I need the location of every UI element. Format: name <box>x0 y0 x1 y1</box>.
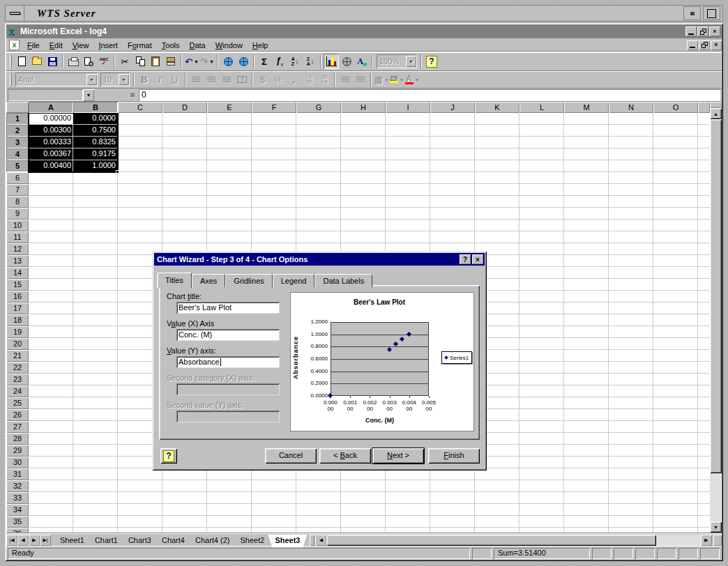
cell-M27[interactable] <box>564 421 609 433</box>
cell-O13[interactable] <box>653 255 698 267</box>
cell-N26[interactable] <box>609 409 653 421</box>
undo-button[interactable]: ↶▼ <box>184 54 199 69</box>
cell-E33[interactable] <box>207 492 252 504</box>
cell-F11[interactable] <box>252 231 296 243</box>
cell-N5[interactable] <box>609 160 653 172</box>
workbook-close-button[interactable]: × <box>711 40 722 50</box>
row-header-3[interactable]: 3 <box>6 137 29 148</box>
cell-J34[interactable] <box>430 504 475 516</box>
cell-K8[interactable] <box>475 196 520 208</box>
cell-O16[interactable] <box>653 291 698 303</box>
cell-E9[interactable] <box>207 208 252 220</box>
copy-button[interactable] <box>132 54 148 69</box>
row-header-19[interactable]: 19 <box>6 326 29 338</box>
cell-J33[interactable] <box>430 492 475 504</box>
cell-D5[interactable] <box>162 160 207 172</box>
cell-O30[interactable] <box>653 457 698 468</box>
cell-A23[interactable] <box>29 374 73 385</box>
cell-E8[interactable] <box>207 196 252 208</box>
cell-M15[interactable] <box>564 279 609 291</box>
vertical-scrollbar[interactable]: ▲ ▼ <box>710 102 722 533</box>
formula-input[interactable]: 0 <box>139 89 720 101</box>
cell-L27[interactable] <box>520 421 564 433</box>
cell-D9[interactable] <box>162 208 207 220</box>
cell-M19[interactable] <box>564 326 609 338</box>
workbook-icon[interactable]: X <box>9 40 20 50</box>
sheet-tab-sheet2[interactable]: Sheet2 <box>234 535 272 546</box>
cell-O18[interactable] <box>653 314 698 326</box>
cell-B5[interactable]: 1.0000 <box>73 160 118 172</box>
print-button[interactable] <box>66 54 81 69</box>
cell-A16[interactable] <box>29 291 73 303</box>
cell-C1[interactable] <box>118 113 162 125</box>
cell-O26[interactable] <box>653 409 698 421</box>
cell-J5[interactable] <box>430 160 475 172</box>
row-header-5[interactable]: 5 <box>6 160 29 172</box>
cell-N14[interactable] <box>609 267 653 279</box>
cell-K32[interactable] <box>475 480 520 492</box>
row-header-14[interactable]: 14 <box>6 267 29 279</box>
row-header-17[interactable]: 17 <box>6 303 29 314</box>
cell-O1[interactable] <box>653 113 698 125</box>
cell-L1[interactable] <box>520 113 564 125</box>
sheet-tab-chart1[interactable]: Chart1 <box>88 535 125 546</box>
sheet-tab-sheet1[interactable]: Sheet1 <box>53 535 91 546</box>
cell-O10[interactable] <box>653 220 698 231</box>
cell-L7[interactable] <box>520 184 564 196</box>
cell-M16[interactable] <box>564 291 609 303</box>
cell-N33[interactable] <box>609 492 653 504</box>
drawing-button[interactable]: A <box>354 54 370 69</box>
cancel-button[interactable]: Cancel <box>265 448 317 464</box>
cell-H4[interactable] <box>341 148 386 160</box>
cell-N23[interactable] <box>609 374 653 385</box>
cell-M25[interactable] <box>564 397 609 409</box>
cell-A18[interactable] <box>29 314 73 326</box>
cell-H32[interactable] <box>341 480 386 492</box>
cell-N18[interactable] <box>609 314 653 326</box>
cell-B33[interactable] <box>73 492 118 504</box>
cell-M17[interactable] <box>564 303 609 314</box>
cell-C4[interactable] <box>118 148 162 160</box>
cell-G3[interactable] <box>296 137 341 148</box>
menu-insert[interactable]: Insert <box>93 39 123 52</box>
scroll-left-button[interactable]: ◀ <box>315 535 326 546</box>
cell-J11[interactable] <box>430 231 475 243</box>
cell-I34[interactable] <box>386 504 430 516</box>
cell-B12[interactable] <box>73 243 118 255</box>
cell-G11[interactable] <box>296 231 341 243</box>
excel-restore-button[interactable] <box>697 26 708 36</box>
excel-app-icon[interactable]: X <box>8 26 18 36</box>
cell-M29[interactable] <box>564 445 609 457</box>
cell-G1[interactable] <box>296 113 341 125</box>
column-header-M[interactable]: M <box>564 102 609 113</box>
cell-J9[interactable] <box>430 208 475 220</box>
cell-B26[interactable] <box>73 409 118 421</box>
cell-C32[interactable] <box>118 480 162 492</box>
cell-L29[interactable] <box>520 445 564 457</box>
vertical-scroll-track[interactable] <box>710 119 722 521</box>
cell-D2[interactable] <box>162 125 207 137</box>
cell-C5[interactable] <box>118 160 162 172</box>
last-sheet-button[interactable]: ▶| <box>40 535 51 546</box>
cell-A19[interactable] <box>29 326 73 338</box>
wts-maximize-button[interactable] <box>703 6 720 20</box>
cell-F2[interactable] <box>252 125 296 137</box>
cell-C11[interactable] <box>118 231 162 243</box>
cell-L35[interactable] <box>520 516 564 528</box>
cell-J6[interactable] <box>430 172 475 184</box>
menu-view[interactable]: View <box>68 39 94 52</box>
cell-K3[interactable] <box>475 137 520 148</box>
menu-format[interactable]: Format <box>123 39 157 52</box>
cell-F6[interactable] <box>252 172 296 184</box>
new-document-button[interactable] <box>14 54 29 69</box>
cell-J4[interactable] <box>430 148 475 160</box>
tab-legend[interactable]: Legend <box>273 274 315 287</box>
cell-D1[interactable] <box>162 113 207 125</box>
cell-H8[interactable] <box>341 196 386 208</box>
cell-B1[interactable]: 0.0000 <box>73 113 118 125</box>
cell-N3[interactable] <box>609 137 653 148</box>
cell-M30[interactable] <box>564 457 609 468</box>
cell-N29[interactable] <box>609 445 653 457</box>
cell-J36[interactable] <box>430 528 475 533</box>
cell-E32[interactable] <box>207 480 252 492</box>
